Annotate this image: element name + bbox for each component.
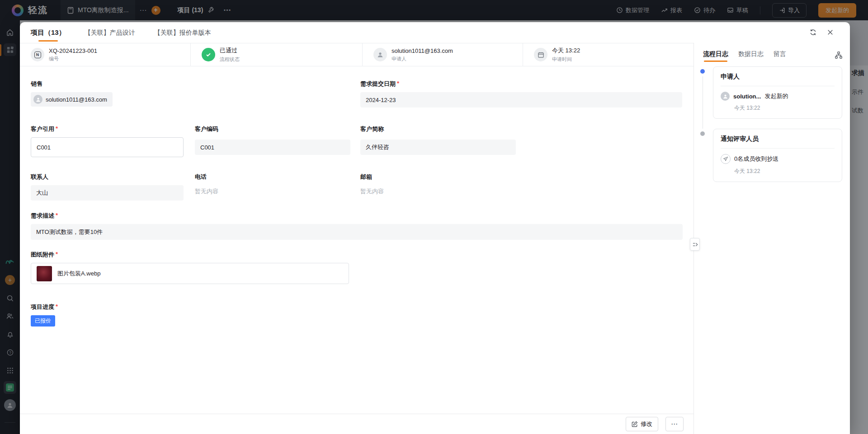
record-form: 销售 solution1011@163.com 需求提交日期 * 2024-12… [20, 66, 693, 414]
applicant-value: solution1011@163.com [392, 47, 453, 54]
submit-date-input[interactable]: 2024-12-23 [360, 92, 682, 107]
email-empty-value: 暂无内容 [360, 187, 516, 196]
field-submit-date: 需求提交日期 * 2024-12-23 [360, 80, 682, 107]
record-number-value: XQ-20241223-001 [49, 47, 97, 54]
field-contact: 联系人 大山 [31, 173, 184, 201]
tab-project[interactable]: 项目（13） [31, 22, 66, 43]
field-customer-code: 客户编码 C001 [195, 125, 350, 155]
send-plane-icon [721, 154, 731, 164]
info-applicant: solution1011@163.com 申请人 [363, 43, 523, 66]
contact-input[interactable]: 大山 [31, 185, 184, 201]
tab-related-product-design[interactable]: 【关联】产品设计 [85, 22, 135, 43]
tab-related-quote-version[interactable]: 【关联】报价单版本 [154, 22, 211, 43]
field-customer-short-name: 客户简称 久伴轻咨 [360, 125, 516, 155]
more-actions-button[interactable]: ⋯ [665, 417, 684, 431]
customer-ref-input[interactable]: C001 [31, 137, 184, 157]
log-panel: 流程日志 数据日志 留言 申请人 [693, 43, 850, 434]
field-project-progress: 项目进度 * 已报价 [31, 303, 184, 327]
panel-collapse-handle[interactable] [690, 238, 700, 251]
field-email: 邮箱 暂无内容 [360, 173, 516, 196]
flow-chart-icon[interactable] [835, 51, 843, 59]
field-phone: 电话 暂无内容 [195, 173, 350, 196]
required-asterisk: * [56, 212, 58, 220]
required-asterisk: * [56, 251, 58, 259]
log-message: 0名成员收到抄送 [734, 155, 778, 163]
calendar-icon [534, 48, 547, 61]
edit-button[interactable]: 修改 [626, 417, 658, 431]
log-user-avatar [721, 92, 730, 101]
close-icon[interactable] [826, 28, 835, 37]
attachment-item[interactable]: 图片包装A.webp [31, 263, 349, 284]
record-number-icon: N [31, 48, 44, 61]
field-sales: 销售 solution1011@163.com [31, 80, 184, 107]
record-info-bar: N XQ-20241223-001 编号 已通过 流程状态 [20, 43, 693, 66]
log-action: 发起新的 [764, 92, 788, 100]
applicant-avatar [373, 48, 387, 61]
sales-value: solution1011@163.com [46, 96, 107, 103]
modal-header: 项目（13） 【关联】产品设计 【关联】报价单版本 [20, 22, 850, 43]
member-avatar-icon [33, 95, 42, 104]
timeline-dot [700, 131, 705, 136]
log-entry-applicant[interactable]: 申请人 solution... 发起新的 今天 13:22 [713, 66, 842, 119]
attachment-thumbnail[interactable] [37, 266, 52, 281]
timeline-line [703, 76, 703, 129]
edit-pencil-icon [632, 421, 638, 427]
sales-member-chip[interactable]: solution1011@163.com [31, 92, 113, 107]
log-user-name: solution... [733, 93, 761, 100]
demand-description-input[interactable]: MTO测试数据，需要10件 [31, 224, 683, 240]
progress-badge: 已报价 [31, 315, 55, 327]
customer-short-name-input[interactable]: 久伴轻咨 [360, 140, 516, 155]
tab-flow-log[interactable]: 流程日志 [703, 50, 728, 64]
required-asterisk: * [397, 80, 399, 88]
apply-time-value: 今天 13:22 [552, 47, 580, 55]
refresh-icon[interactable] [809, 28, 817, 37]
required-asterisk: * [56, 125, 58, 133]
field-demand-description: 需求描述 * MTO测试数据，需要10件 [31, 212, 683, 240]
log-entry-notify-reviewers[interactable]: 通知评审人员 0名成员收到抄送 今天 13:22 [713, 129, 842, 182]
field-drawing-attachment: 图纸附件 * 图片包装A.webp [31, 251, 349, 284]
customer-code-input[interactable]: C001 [195, 140, 350, 155]
field-customer-ref: 客户引用 * C001 [31, 125, 184, 157]
tab-data-log[interactable]: 数据日志 [738, 50, 764, 64]
info-apply-time: 今天 13:22 申请时间 [523, 43, 693, 66]
log-time: 今天 13:22 [734, 104, 835, 112]
phone-empty-value: 暂无内容 [195, 187, 350, 196]
status-badge: 已通过 [220, 47, 240, 55]
tab-comments[interactable]: 留言 [774, 50, 786, 64]
approved-check-icon [202, 48, 215, 61]
modal-footer: 修改 ⋯ [20, 414, 693, 434]
log-time: 今天 13:22 [734, 168, 835, 175]
timeline-dot-active [700, 69, 705, 74]
attachment-filename: 图片包装A.webp [57, 270, 100, 278]
info-flow-status: 已通过 流程状态 [191, 43, 363, 66]
ellipsis-icon: ⋯ [671, 420, 678, 428]
required-asterisk: * [56, 303, 58, 311]
record-detail-modal: 项目（13） 【关联】产品设计 【关联】报价单版本 N XQ-20241223-… [20, 22, 850, 434]
info-record-number: N XQ-20241223-001 编号 [20, 43, 191, 66]
